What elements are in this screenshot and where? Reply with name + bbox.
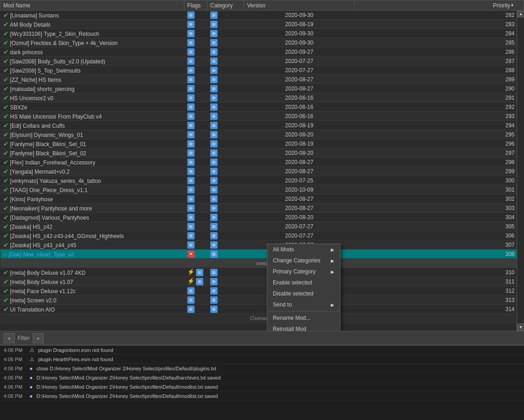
flags-cell: ⊞	[184, 93, 207, 102]
context-menu-item-all-mods[interactable]: All Mods▶	[267, 244, 340, 255]
category-cell: ⊞	[207, 47, 244, 57]
table-row[interactable]: ○ [Dak] New_Head_Type_v2 ✕ ⊞ 2020-07-24 …	[0, 250, 524, 259]
flag-grid-icon: ⊞	[187, 94, 195, 102]
log-text: D:\Honey Select\Mod Organizer 2\Honey Se…	[36, 375, 220, 380]
table-row[interactable]: ✔ HS Male Uncensor From PlayClub v4 ⊞ ⊞ …	[0, 112, 524, 121]
context-menu-item-enable-selected[interactable]: Enable selected	[267, 277, 340, 288]
table-row[interactable]: ✔ [Zeaska] HS_z42 ⊞ ⊞ 2020-07-27 305	[0, 222, 524, 231]
mod-name-text: [Fanlyme] Black_Bikini_Set_01	[10, 141, 86, 148]
context-menu-separator	[267, 311, 340, 312]
flags-cell: ⊞	[184, 305, 207, 314]
log-text: plugin HearthFires.esm not found	[38, 357, 113, 362]
table-row[interactable]: ✔ [Neonaiken] Pantyhose and more ⊞ ⊞ 202…	[0, 204, 524, 213]
table-row[interactable]: meta	[0, 259, 524, 268]
table-row[interactable]: ✔ [meta] Face Deluxe v1.12c ⊞ ⊞ 312	[0, 286, 524, 295]
scroll-down-btn[interactable]: ▼	[517, 324, 524, 331]
enabled-check: ✔	[3, 195, 9, 203]
table-row[interactable]: ✔ [Saw2008] Body_Suits_v2.0 (Updated) ⊞ …	[0, 57, 524, 66]
table-row[interactable]: ✔ [meta] Body Deluxe v1.07 4KD ⚡ ⊞ ⊞ 202…	[0, 268, 524, 277]
overwrite-label: Overwrite	[0, 314, 524, 323]
filter-right-btn[interactable]: »	[33, 333, 44, 343]
scroll-up-btn[interactable]: ▲	[517, 10, 524, 17]
table-row[interactable]: ✔ [Saw2008] 5_Top_Swimsuits ⊞ ⊞ 2020-07-…	[0, 66, 524, 75]
filter-left-btn[interactable]: «	[4, 333, 15, 343]
enabled-check: ✔	[3, 21, 9, 28]
table-row[interactable]: ✔ HS Uncensor2 v0 ⊞ ⊞ 2020-06-16 291	[0, 93, 524, 102]
table-row[interactable]: ✔ [Flex] Indian_Forehead_Accessory ⊞ ⊞ 2…	[0, 158, 524, 167]
category-cell: ⊞	[207, 20, 244, 29]
col-header-category[interactable]: Category	[207, 0, 244, 11]
table-row[interactable]: Overwrite	[0, 314, 524, 323]
version-cell: 2020-09-30	[244, 38, 355, 47]
context-menu-item-change-categories[interactable]: Change Categories▶	[267, 255, 340, 266]
category-grid-icon: ⊞	[210, 177, 218, 184]
flags-cell: ⊞	[184, 112, 207, 121]
priority-cell: 310	[355, 268, 524, 277]
flag-grid-icon: ⊞	[187, 149, 195, 157]
col-header-priority[interactable]: Priority ▲	[355, 0, 524, 11]
table-row[interactable]: ✔ [vinkymato] Yakuza_series_4k_tattoo ⊞ …	[0, 176, 524, 185]
mod-name-text: [Saw2008] 5_Top_Swimsuits	[10, 68, 81, 74]
mod-name-cell: ✔ [Ozmul] Freckles & Skin_Type + 4k_Vers…	[0, 38, 184, 47]
mod-name-text: HS Male Uncensor From PlayClub v4	[10, 114, 102, 120]
table-row[interactable]: ✔ [Edi] Collars and Cuffs ⊞ ⊞ 2020-08-19…	[0, 121, 524, 130]
version-cell: 2020-08-19	[244, 139, 355, 148]
category-cell: ⊞	[207, 66, 244, 75]
flags-cell: ⊞	[184, 286, 207, 295]
enabled-check: ✔	[3, 131, 9, 138]
col-header-version[interactable]: Version	[244, 0, 355, 11]
category-grid-icon: ⊞	[210, 269, 218, 276]
context-menu-item-rename-mod-[interactable]: Rename Mod...	[267, 312, 340, 324]
table-row[interactable]: ✔ [Kims] Pantyhose ⊞ ⊞ 2020-08-27 302	[0, 194, 524, 204]
table-row[interactable]: ✔ [meta] Body Deluxe v1.07 ⚡ ⊞ ⊞ 2020-09…	[0, 277, 524, 286]
category-icon: ⊞	[210, 250, 218, 258]
table-row[interactable]: ✔ [Fanlyme] Black_Bikini_Set_01 ⊞ ⊞ 2020…	[0, 139, 524, 148]
mod-name-cell: ✔ [meta] Body Deluxe v1.07	[0, 277, 184, 286]
scroll-track[interactable]	[517, 17, 524, 324]
mod-name-text: [meta] Body Deluxe v1.07 4KD	[10, 270, 86, 276]
enabled-check: ✔	[3, 232, 9, 239]
context-menu-item-primary-category[interactable]: Primary Category▶	[267, 266, 340, 277]
table-row[interactable]: ✔ [Wcy303106] Type_2_Skin_Retouch ⊞ ⊞ 20…	[0, 29, 524, 38]
col-header-flags[interactable]: Flags	[184, 0, 207, 11]
priority-cell: 284	[355, 29, 524, 38]
flags-cell: ⊞	[184, 295, 207, 305]
mod-name-cell: ✔ [Zeaska] HS_z42	[0, 222, 184, 231]
table-row[interactable]: ✔ dark princess ⊞ ⊞ 2020-09-27 286	[0, 47, 524, 57]
enabled-check: ✔	[3, 103, 9, 111]
table-row[interactable]: ✔ [Zeaska] HS_z42-z43-z44_GGmod_Highheel…	[0, 231, 524, 240]
enabled-check: ✔	[3, 168, 9, 175]
table-row[interactable]: ✔ [Limalama] Suntans ⊞ ⊞ 2020-09-30 282	[0, 11, 524, 20]
table-row[interactable]: ✔ AM Body Details ⊞ ⊞ 2020-08-19 283	[0, 20, 524, 29]
mod-name-text: [Zeaska] HS_z42-z43-z44_GGmod_Highheels	[10, 233, 124, 239]
table-row[interactable]: ✔ [matsudai] shorts_piercing ⊞ ⊞ 2020-08…	[0, 84, 524, 93]
flag-grid-icon: ⊞	[187, 140, 195, 148]
category-grid-icon: ⊞	[210, 103, 218, 111]
enabled-check: ✔	[3, 204, 9, 212]
table-row[interactable]: ✔ SBX2e ⊞ ⊞ 2020-06-16 292	[0, 102, 524, 112]
table-row[interactable]: ✔ [TAAG] One_Piece_Dress_v1.1 ⊞ ⊞ 2020-1…	[0, 185, 524, 194]
category-grid-icon: ⊞	[210, 296, 218, 304]
table-row[interactable]: ✔ [Ozmul] Freckles & Skin_Type + 4k_Vers…	[0, 38, 524, 47]
context-menu-item-send-to[interactable]: Send to▶	[267, 299, 340, 310]
version-cell: 2020-08-19	[244, 121, 355, 130]
table-row[interactable]: ✔ [Yangala] Mermaid+v0.2 ⊞ ⊞ 2020-08-27 …	[0, 167, 524, 176]
table-row[interactable]: ✔ [Zeaska] HS_z43_z44_z45 ⊞ ⊞ 2020-07-27…	[0, 240, 524, 250]
context-menu-item-reinstall-mod[interactable]: Reinstall Mod	[267, 324, 340, 331]
priority-cell: 294	[355, 121, 524, 130]
col-header-modname[interactable]: Mod Name	[0, 0, 184, 11]
table-row[interactable]: ✔ [ZZ_Niche] HS Items ⊞ ⊞ 2020-08-27 289	[0, 75, 524, 84]
table-row[interactable]: ✔ [meta] Screen v2.0 ⊞ ⊞ 2020-06-16 313	[0, 295, 524, 305]
log-entry: 4:06 PM ● D:\Honey Select\Mod Organizer …	[0, 382, 524, 392]
table-row[interactable]: ✔ [Elysium] Dynamic_Wings_01 ⊞ ⊞ 2020-08…	[0, 130, 524, 139]
table-row[interactable]: ✔ [Dadagmod] Various_Pantyhoes ⊞ ⊞ 2020-…	[0, 213, 524, 222]
mod-name-cell: ✔ [Saw2008] 5_Top_Swimsuits	[0, 66, 184, 75]
category-cell: ⊞	[207, 158, 244, 167]
table-row[interactable]: ✔ UI Translation AIO ⊞ ⊞ 2020-05-28 314	[0, 305, 524, 314]
category-cell: ⊞	[207, 268, 244, 277]
mod-name-text: [Zeaska] HS_z42	[10, 224, 52, 230]
enabled-check: ✔	[3, 30, 9, 37]
sort-up-icon[interactable]: ▲	[510, 2, 514, 7]
context-menu-item-disable-selected[interactable]: Disable selected	[267, 288, 340, 299]
table-row[interactable]: ✔ [Fanlyme] Black_Bikini_Set_02 ⊞ ⊞ 2020…	[0, 148, 524, 158]
